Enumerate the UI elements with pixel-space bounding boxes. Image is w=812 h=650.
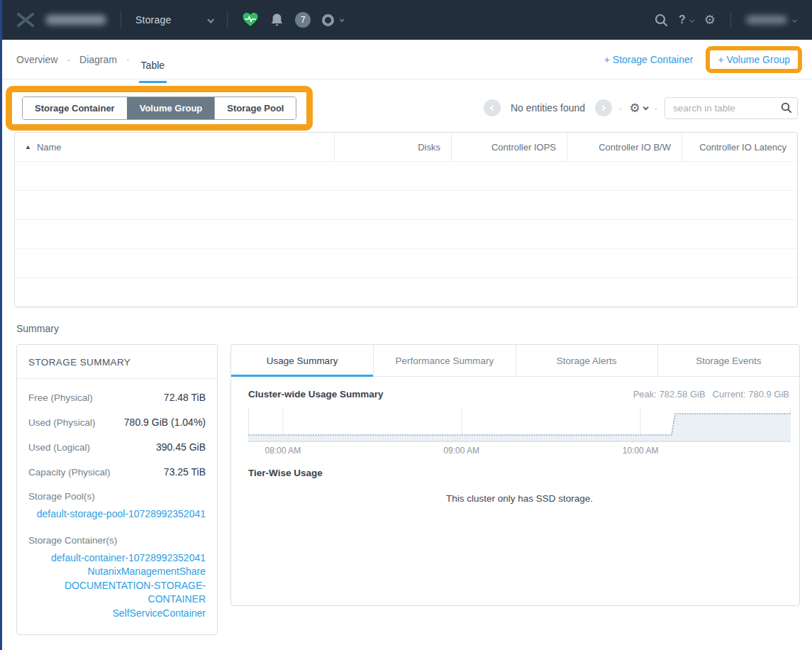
view-link-table[interactable]: Table (139, 48, 167, 83)
pager-next-button[interactable] (595, 99, 612, 116)
table-toolbar: Storage Container Volume Group Storage P… (0, 79, 812, 131)
column-label: Name (37, 142, 62, 153)
navbar-divider (121, 11, 121, 28)
settings-gear-icon[interactable]: ⚙ (704, 12, 716, 28)
column-header-controller-io-latency[interactable]: Controller IO Latency (682, 133, 797, 161)
storage-pools-heading: Storage Pool(s) (28, 491, 206, 502)
storage-container-links: default-container-10728992352041 Nutanix… (28, 551, 206, 621)
summary-section: STORAGE SUMMARY Free (Physical) 72.48 Ti… (0, 344, 812, 635)
view-links: Overview · Diagram · Table (16, 48, 167, 71)
notification-count-badge[interactable]: 7 (295, 12, 311, 28)
table-search (664, 97, 798, 119)
annotation-highlight-volume-group: + Volume Group (706, 46, 802, 73)
table-row-empty (15, 248, 797, 277)
chevron-right-icon (600, 105, 606, 111)
dot-separator: · (619, 103, 622, 114)
global-search-icon[interactable] (655, 13, 668, 27)
sort-asc-icon: ▲ (25, 143, 31, 150)
add-volume-group-button[interactable]: + Volume Group (718, 54, 790, 65)
usage-chart-title: Cluster-wide Usage Summary (248, 389, 384, 400)
pager-prev-button[interactable] (484, 99, 501, 116)
search-icon (781, 102, 792, 114)
x-tick: 09:00 AM (443, 446, 479, 456)
storage-container-link[interactable]: SelfServiceContainer (28, 607, 206, 621)
current-value: Current: 780.9 GiB (713, 389, 789, 400)
health-heart-icon[interactable] (242, 12, 259, 28)
stat-capacity-physical: Capacity (Physical) 73.25 TiB (28, 466, 206, 478)
help-menu[interactable]: ? (679, 13, 694, 26)
stat-used-physical: Used (Physical) 780.9 GiB (1.04%) (28, 417, 206, 428)
summary-section-label: Summary (16, 323, 812, 334)
storage-pool-link[interactable]: default-storage-pool-10728992352041 (28, 507, 206, 522)
usage-chart-x-axis: 08:00 AM 09:00 AM 10:00 AM (248, 444, 791, 458)
table-row-empty (15, 219, 797, 248)
create-actions: + Storage Container + Volume Group (604, 46, 802, 73)
stat-label: Free (Physical) (28, 392, 93, 403)
nutanix-x-logo[interactable] (17, 13, 34, 27)
pager-status-text: No entities found (511, 102, 585, 114)
x-tick: 08:00 AM (265, 446, 301, 456)
stat-value: 390.45 GiB (156, 441, 206, 453)
chevron-left-icon (490, 105, 496, 111)
spacer (28, 522, 206, 531)
column-header-disks[interactable]: Disks (334, 133, 451, 161)
chevron-down-icon (792, 17, 797, 22)
storage-container-link[interactable]: DOCUMENTATION-STORAGE-CONTAINER (28, 579, 206, 607)
table-row-empty (15, 277, 797, 307)
chevron-down-icon (340, 17, 345, 22)
storage-pool-links: default-storage-pool-10728992352041 (28, 507, 206, 522)
entity-tab-storage-pool[interactable]: Storage Pool (214, 97, 296, 119)
tier-wise-usage-title: Tier-Wise Usage (248, 468, 791, 478)
entity-type-switcher: Storage Container Volume Group Storage P… (22, 97, 296, 120)
entity-tab-volume-group[interactable]: Volume Group (127, 97, 215, 119)
page-menu-storage[interactable]: Storage (135, 14, 213, 26)
usage-chart-stats: Peak: 782.58 GiB Current: 780.9 GiB (633, 389, 789, 400)
navbar-divider (730, 11, 731, 28)
tasks-menu[interactable] (322, 14, 343, 26)
stat-value: 780.9 GiB (1.04%) (124, 417, 206, 428)
column-header-name[interactable]: ▲ Name (15, 133, 334, 161)
dot-separator: · (126, 54, 130, 65)
card-divider (17, 378, 217, 379)
stat-used-logical: Used (Logical) 390.45 GiB (28, 441, 206, 453)
view-link-diagram[interactable]: Diagram (79, 54, 117, 65)
view-link-overview[interactable]: Overview (16, 54, 57, 65)
entities-table: ▲ Name Disks Controller IOPS Controller … (14, 132, 798, 307)
table-gear-icon: ⚙ (629, 101, 640, 116)
table-header-row: ▲ Name Disks Controller IOPS Controller … (15, 133, 797, 161)
dot-separator: · (655, 103, 657, 114)
tab-storage-alerts[interactable]: Storage Alerts (516, 345, 657, 376)
storage-container-link[interactable]: NutanixManagementShare (28, 565, 206, 579)
storage-container-link[interactable]: default-container-10728992352041 (28, 551, 206, 566)
window-left-edge (0, 0, 2, 650)
stat-value: 73.25 TiB (164, 466, 206, 478)
navbar-divider (227, 11, 228, 28)
storage-table-page: Storage 7 (0, 0, 812, 650)
peak-value: Peak: 782.58 GiB (633, 389, 706, 400)
notification-count: 7 (301, 15, 306, 25)
add-storage-container-button[interactable]: + Storage Container (604, 54, 694, 65)
tab-storage-events[interactable]: Storage Events (657, 345, 799, 376)
dot-separator: · (67, 54, 70, 65)
x-tick: 10:00 AM (623, 446, 659, 456)
tab-usage-summary[interactable]: Usage Summary (231, 345, 373, 376)
detail-tabs: Usage Summary Performance Summary Storag… (231, 345, 799, 377)
stat-free-physical: Free (Physical) 72.48 TiB (28, 392, 206, 403)
stat-value: 72.48 TiB (164, 392, 206, 403)
chevron-down-icon (208, 16, 215, 23)
user-menu[interactable] (746, 16, 796, 24)
help-icon: ? (679, 13, 686, 26)
cluster-name-redacted[interactable] (45, 15, 106, 25)
page-menu-label: Storage (135, 14, 171, 26)
table-search-input[interactable] (664, 97, 798, 119)
entity-tab-storage-container[interactable]: Storage Container (23, 97, 127, 119)
table-settings-menu[interactable]: ⚙ (629, 101, 647, 116)
column-header-controller-iops[interactable]: Controller IOPS (451, 133, 567, 161)
usage-area-chart[interactable]: 08:00 AM 09:00 AM 10:00 AM (248, 408, 791, 458)
table-row-empty (15, 161, 797, 190)
tasks-ring-icon (322, 14, 334, 26)
alerts-bell-icon[interactable] (270, 13, 284, 28)
tab-performance-summary[interactable]: Performance Summary (373, 345, 515, 376)
column-header-controller-io-bw[interactable]: Controller IO B/W (567, 133, 682, 161)
storage-summary-card: STORAGE SUMMARY Free (Physical) 72.48 Ti… (16, 344, 218, 635)
